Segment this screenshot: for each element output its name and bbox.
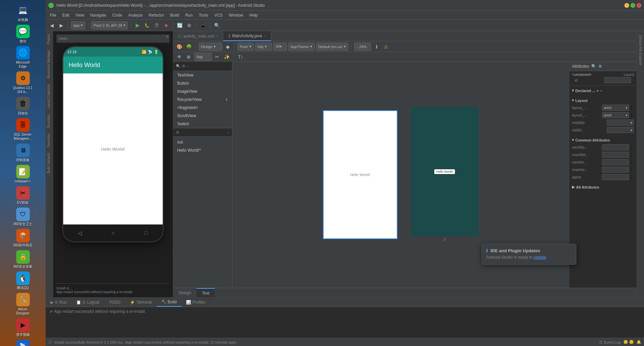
app-config-dropdown[interactable]: app ▾ bbox=[71, 21, 85, 29]
text-size-btn[interactable]: T↕ bbox=[236, 53, 245, 61]
desktop-icon-ev[interactable]: ✂ EV剪辑 bbox=[13, 186, 33, 205]
desktop-icon-recycle[interactable]: 🗑 回收站 bbox=[13, 97, 33, 115]
palette-toggle-button[interactable]: 🎨 bbox=[175, 43, 183, 51]
layout-width-value[interactable]: arent ▾ bbox=[602, 105, 629, 111]
bottom-tab-terminal[interactable]: ⚡ Terminal bbox=[125, 298, 156, 307]
desktop-icon-360mgr[interactable]: 🔒 360安全管家 bbox=[13, 250, 33, 269]
minwidth-edit[interactable]: ⋮ bbox=[629, 145, 634, 150]
id-value-input[interactable] bbox=[604, 77, 631, 83]
palette-item-recyclerview[interactable]: RecyclerView bbox=[173, 95, 232, 104]
desktop-icon-sqlserver[interactable]: 🗄 SQL Server Managem... bbox=[13, 118, 33, 141]
maxwidth-input[interactable] bbox=[602, 152, 629, 158]
zoom-dropdown[interactable]: - 24% bbox=[354, 43, 371, 51]
editor-tab-text[interactable]: Text bbox=[197, 288, 215, 297]
minheight-input[interactable] bbox=[602, 159, 629, 165]
layout-title[interactable]: ▾ Layout bbox=[569, 97, 637, 104]
tab-build-variants[interactable]: Build Variants bbox=[46, 150, 53, 176]
warn-button[interactable]: ⚠ bbox=[382, 43, 390, 51]
palette-item-hello-world[interactable]: Hello World!* bbox=[173, 146, 232, 154]
palette-item-button[interactable]: Button bbox=[173, 79, 232, 87]
desktop-icon-notepad[interactable]: 📝 notepad++ bbox=[13, 165, 33, 183]
palette-item-imageview[interactable]: ImageView bbox=[173, 87, 232, 95]
back-button[interactable]: ◀ bbox=[48, 21, 56, 29]
menu-view[interactable]: View bbox=[73, 12, 87, 18]
desktop-icon-quartus[interactable]: ⚙ Quartus 13.1 (64-b... bbox=[13, 71, 33, 94]
device-preview-dropdown[interactable]: Pixel ▾ bbox=[237, 43, 254, 51]
phone-preview-dark[interactable]: Hello World! bbox=[411, 107, 479, 236]
tab-resource-manager[interactable]: Resource Manager bbox=[46, 47, 53, 81]
desktop-icon-360store[interactable]: 📦 360软件商店 bbox=[13, 229, 33, 247]
tab-close-icon[interactable]: × bbox=[216, 34, 218, 38]
palette-item-out[interactable]: out bbox=[173, 138, 232, 146]
common-title[interactable]: ▾ Common Attributes bbox=[569, 136, 637, 144]
stop-button[interactable]: ■ bbox=[162, 21, 170, 29]
notification-update-link[interactable]: update bbox=[534, 255, 546, 260]
menu-vcs[interactable]: VCS bbox=[212, 12, 226, 18]
menu-edit[interactable]: Edit bbox=[60, 12, 72, 18]
resize-handle-icon[interactable]: // bbox=[443, 237, 446, 242]
menu-run[interactable]: Run bbox=[183, 12, 196, 18]
desktop-icon-360safe[interactable]: 🛡 360安全卫士 bbox=[13, 208, 33, 226]
tab-structure[interactable]: Structure bbox=[46, 112, 53, 131]
theme-dropdown[interactable]: AppTheme ▾ bbox=[288, 43, 315, 51]
bottom-tab-build[interactable]: 🔨 Build bbox=[157, 298, 182, 307]
palette-item-textview[interactable]: TextView bbox=[173, 71, 232, 79]
add-icon[interactable]: + bbox=[597, 89, 599, 93]
palette-item-fragment[interactable]: <fragment> bbox=[173, 104, 232, 112]
run-button[interactable]: ▶ bbox=[134, 21, 142, 29]
tab-mainactivity-java[interactable]: J MainActivity.java × bbox=[223, 31, 271, 41]
layout-height-edit[interactable]: ⋮ bbox=[629, 113, 634, 117]
orientation-dropdown[interactable]: 0dp ▾ bbox=[255, 43, 272, 51]
locale-dropdown[interactable]: Default (en-us) ▾ bbox=[316, 43, 349, 51]
emulator-close-button[interactable]: × bbox=[165, 34, 170, 39]
eye-toggle[interactable]: 👁 bbox=[175, 53, 183, 61]
maxheight-input[interactable] bbox=[602, 167, 629, 173]
alpha-edit[interactable]: ⋮ bbox=[629, 175, 634, 179]
editor-tab-design[interactable]: Design bbox=[173, 288, 197, 297]
menu-file[interactable]: File bbox=[47, 12, 59, 18]
forward-button[interactable]: ▶ bbox=[57, 21, 65, 29]
tab-favorites[interactable]: Favorites bbox=[46, 131, 53, 150]
minimize-button[interactable]: − bbox=[624, 3, 629, 8]
tab-activity-main-xml[interactable]: ⬡ activity_main.xml × bbox=[173, 31, 223, 41]
desktop-icon-controlpanel[interactable]: 🖥 控制面板 bbox=[13, 144, 33, 162]
constraint-toggle[interactable]: ⊕ bbox=[185, 53, 193, 61]
layout-width-edit[interactable]: ⋮ bbox=[629, 105, 634, 110]
gradle-button[interactable]: ⚙ bbox=[185, 21, 193, 29]
menu-build[interactable]: Build bbox=[167, 12, 182, 18]
avd-button[interactable]: 📱 bbox=[199, 21, 207, 29]
minus-icon[interactable]: − bbox=[600, 89, 602, 93]
palette-item-scrollview[interactable]: ScrollView bbox=[173, 112, 232, 120]
blueprint-toggle[interactable]: ◆ bbox=[224, 43, 232, 51]
menu-navigate[interactable]: Navigate bbox=[88, 12, 109, 18]
all-title[interactable]: ▶ All Attributes bbox=[569, 183, 637, 191]
close-button[interactable]: × bbox=[637, 3, 641, 8]
margin-input[interactable]: 0dp bbox=[194, 53, 212, 61]
home-nav-button[interactable]: ○ bbox=[108, 228, 118, 238]
maximize-button[interactable]: □ bbox=[630, 3, 635, 8]
event-log-label[interactable]: 🗒 Event Log bbox=[599, 340, 621, 344]
maxheight-edit[interactable]: ⋮ bbox=[629, 167, 634, 172]
menu-refactor[interactable]: Refactor bbox=[146, 12, 167, 18]
maxwidth-edit[interactable]: ⋮ bbox=[629, 152, 634, 157]
desktop-icon-altium[interactable]: 🔧 Altium Designer bbox=[13, 293, 33, 316]
desktop-icon-edge[interactable]: 🌐 Microsoft Edge bbox=[13, 46, 33, 69]
bottom-tab-todo[interactable]: TODO bbox=[104, 298, 125, 307]
layout-height-value[interactable]: arent ▾ bbox=[602, 112, 629, 118]
menu-tools[interactable]: Tools bbox=[196, 12, 211, 18]
bottom-tab-run[interactable]: ▶ 4: Run bbox=[46, 298, 71, 307]
component-tree-button[interactable]: 🌳 bbox=[185, 43, 193, 51]
debug-button[interactable]: 🐛 bbox=[143, 21, 151, 29]
sync-button[interactable]: 🔄 bbox=[176, 21, 184, 29]
api-level-dropdown[interactable]: 30▾ bbox=[273, 43, 287, 51]
minwidth-input[interactable] bbox=[602, 144, 629, 150]
device-dropdown[interactable]: Pixel 2 XL API 29 ▾ bbox=[91, 21, 128, 29]
visibility-value[interactable]: ▾ bbox=[607, 120, 634, 126]
profile-button[interactable]: ⏱ bbox=[153, 21, 161, 29]
design-mode-dropdown[interactable]: Design ▾ bbox=[199, 43, 222, 51]
tab-close-icon[interactable]: × bbox=[264, 34, 266, 38]
desktop-icon-pxvideo[interactable]: ▶ 普学视频 bbox=[13, 318, 33, 337]
search-everywhere-button[interactable]: 🔍 bbox=[213, 21, 221, 29]
magic-wand[interactable]: ✨ bbox=[223, 53, 231, 61]
tab-layout-captures[interactable]: Layout Captures bbox=[46, 81, 53, 111]
